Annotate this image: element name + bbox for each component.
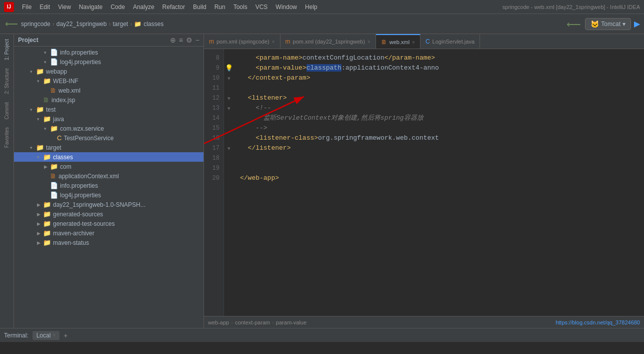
terminal-add-button[interactable]: + <box>64 331 68 339</box>
tree-item-icon: 📁 <box>50 163 58 170</box>
tab-webxml-close[interactable]: × <box>412 40 415 45</box>
run-config-icon: ▶ <box>634 19 640 29</box>
tab-pom-springcode[interactable]: m pom.xml (springcode) × <box>204 34 280 49</box>
tree-item[interactable]: ▾📁webapp <box>14 67 204 76</box>
tree-item-icon: 📁 <box>43 239 51 246</box>
sidebar-structure-tab[interactable]: 2: Structure <box>3 65 10 97</box>
tree-item-icon: 🗎 <box>43 96 50 104</box>
tree-item-label: day22_1springweb-1.0-SNAPSH... <box>53 201 146 208</box>
tree-item[interactable]: ▾📁WEB-INF <box>14 76 204 86</box>
menu-code[interactable]: Code <box>106 3 129 12</box>
terminal-tab-local-close[interactable]: × <box>52 332 56 338</box>
nav-back-button[interactable]: ⟵ <box>4 19 19 30</box>
status-sep1: › <box>231 319 233 325</box>
tree-item-label: com.wzx.service <box>60 125 104 132</box>
tab-loginservlet[interactable]: C LoginServlet.java <box>420 34 480 49</box>
tree-item-icon: 📁 <box>50 125 58 132</box>
gutter-icon[interactable]: ▾ <box>224 103 234 113</box>
gutter-icon <box>224 163 234 173</box>
sidebar-project-tab[interactable]: 1: Project <box>3 36 10 63</box>
tree-item[interactable]: ▾📄log4j.properties <box>14 57 204 67</box>
tree-item[interactable]: ▶📁generated-sources <box>14 209 204 219</box>
gutter-icon[interactable]: 💡 <box>224 63 234 73</box>
gutter-icon[interactable]: ▾ <box>224 73 234 83</box>
tree-item-icon: 📁 <box>43 115 51 123</box>
panel-minimize-icon[interactable]: − <box>196 36 200 44</box>
menu-run[interactable]: Run <box>210 3 230 12</box>
tree-item[interactable]: 🗎web.xml <box>14 86 204 95</box>
tree-item-icon: 📁 <box>36 144 44 151</box>
tree-item-arrow: ▶ <box>37 212 43 217</box>
panel-locate-icon[interactable]: ⊕ <box>170 36 176 44</box>
fold-icon[interactable]: ▾ <box>228 95 230 101</box>
breadcrumb-sep2: › <box>108 21 110 28</box>
terminal-tab-local[interactable]: Local × <box>32 331 60 340</box>
menu-tools[interactable]: Tools <box>230 3 252 12</box>
menu-file[interactable]: File <box>18 3 36 12</box>
tree-item[interactable]: ▶📁maven-status <box>14 238 204 247</box>
tree-item[interactable]: ▾📁target <box>14 143 204 152</box>
line-number: 10 <box>204 73 224 83</box>
status-breadcrumb-paramvalue: param-value <box>276 319 306 325</box>
code-editor[interactable]: 891011121314151617181920 💡▾▾▾▾ <param-na… <box>204 49 644 316</box>
tree-item[interactable]: ▶📁generated-test-sources <box>14 219 204 228</box>
menu-vcs[interactable]: VCS <box>252 3 272 12</box>
sidebar-commit-tab[interactable]: Commit <box>3 99 10 122</box>
tree-item[interactable]: 🗎applicationContext.xml <box>14 171 204 181</box>
fold-icon[interactable]: ▾ <box>228 145 230 151</box>
code-content: <param-name>contextConfigLocation</param… <box>234 49 644 316</box>
menu-navigate[interactable]: Navigate <box>75 3 106 12</box>
menu-help[interactable]: Help <box>301 3 322 12</box>
tree-item[interactable]: ▶📁maven-archiver <box>14 228 204 238</box>
line-number: 20 <box>204 173 224 183</box>
code-line: </context-param> <box>240 73 644 83</box>
gutter-icon <box>224 113 234 123</box>
tree-item[interactable]: 🗎index.jsp <box>14 95 204 105</box>
fold-icon[interactable]: ▾ <box>228 105 230 111</box>
breadcrumb-sep3: › <box>130 21 132 28</box>
tree-item-icon: 📁 <box>36 106 44 113</box>
bottom-bar: Terminal: Local × + <box>0 328 644 342</box>
tree-item[interactable]: 📄log4j.properties <box>14 190 204 200</box>
gutter-icon[interactable]: ▾ <box>224 143 234 153</box>
tab-loginservlet-label: LoginServlet.java <box>432 39 474 45</box>
tree-item-icon: 📁 <box>43 220 51 227</box>
breadcrumb-folder1[interactable]: target <box>112 21 128 28</box>
menu-edit[interactable]: Edit <box>36 3 54 12</box>
tree-item[interactable]: ▾📁test <box>14 105 204 114</box>
nav-back-arrow[interactable]: ⟵ <box>566 18 582 30</box>
tab-pom-day22-close[interactable]: × <box>368 39 370 45</box>
tab-pom-day22[interactable]: m pom.xml (day22_1springweb) × <box>280 34 376 49</box>
menu-build[interactable]: Build <box>189 3 210 12</box>
panel-expand-icon[interactable]: ≡ <box>179 36 183 44</box>
breadcrumb-folder2[interactable]: classes <box>144 21 164 28</box>
menu-refactor[interactable]: Refactor <box>158 3 189 12</box>
menu-analyze[interactable]: Analyze <box>129 3 158 12</box>
menu-view[interactable]: View <box>54 3 75 12</box>
gutter-icon[interactable]: ▾ <box>224 93 234 103</box>
code-line: </listener> <box>240 143 644 153</box>
panel-settings-icon[interactable]: ⚙ <box>186 36 192 44</box>
breadcrumb-module[interactable]: day22_1springweb <box>56 21 107 28</box>
code-line: <listener> <box>240 93 644 103</box>
menu-window[interactable]: Window <box>272 3 301 12</box>
tree-item[interactable]: ▶📁day22_1springweb-1.0-SNAPSH... <box>14 200 204 209</box>
gutter-icon <box>224 173 234 183</box>
sidebar-favorites-tab[interactable]: Favorites <box>3 124 10 151</box>
tree-item[interactable]: ▾📁com.wzx.service <box>14 124 204 133</box>
tree-item[interactable]: ▶📁com <box>14 162 204 171</box>
tab-pom-springcode-close[interactable]: × <box>272 39 275 45</box>
tree-item[interactable]: ▾📄info.properties <box>14 48 204 57</box>
tree-item-arrow: ▾ <box>30 107 36 112</box>
tomcat-button[interactable]: 🐱 Tomcat ▾ <box>585 18 631 30</box>
panel-header: Project ⊕ ≡ ⚙ − <box>14 34 204 47</box>
tree-item[interactable]: CTestPersonService <box>14 133 204 143</box>
status-link[interactable]: https://blog.csdn.net/qq_37824680 <box>556 319 640 325</box>
breadcrumb-project[interactable]: springcode <box>21 21 50 28</box>
tree-item[interactable]: ▾📁classes <box>14 152 204 162</box>
tree-item[interactable]: 📄info.properties <box>14 181 204 190</box>
tree-item[interactable]: ▾📁java <box>14 114 204 124</box>
fold-icon[interactable]: ▾ <box>228 75 230 81</box>
status-breadcrumb: web-app › context-param › param-value <box>208 319 306 325</box>
tab-webxml[interactable]: 🗎 web.xml × <box>376 34 420 49</box>
